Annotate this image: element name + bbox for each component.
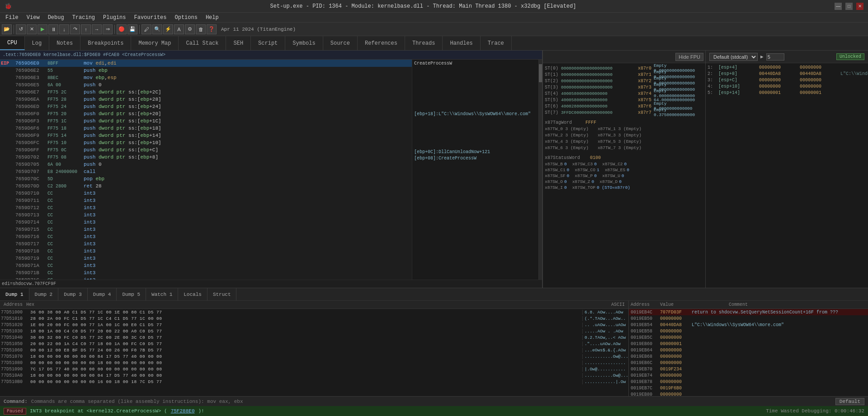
tab-symbols[interactable]: Symbols [285, 36, 323, 50]
table-row[interactable]: 5:[esp+14]0000000100000001 [706, 89, 868, 96]
tab-watch1[interactable]: Watch 1 [146, 288, 178, 300]
fpu-content[interactable]: ST(0)00000000000000000000x87r0Empty 0.00… [543, 63, 705, 288]
tab-log[interactable]: Log [25, 36, 50, 50]
table-row[interactable]: 77D510B000 00 00 00 00 00 00 00 16 00 18… [0, 379, 628, 385]
table-row[interactable]: 7659D6F6FF75 18push dword ptr ss:[ebp+18… [0, 125, 412, 132]
menu-item-tracing[interactable]: Tracing [69, 14, 99, 22]
table-row[interactable]: 7659D713CCint3 [0, 211, 412, 219]
menu-item-debug[interactable]: Debug [44, 14, 68, 22]
menu-item-favourites[interactable]: Favourites [130, 14, 170, 22]
tab-threads[interactable]: Threads [405, 36, 443, 50]
tab-dump1[interactable]: Dump 1 [0, 288, 29, 300]
table-row[interactable]: 77D5107018 00 00 00 00 00 00 00 84 17 D5… [0, 353, 628, 360]
tab-dump5[interactable]: Dump 5 [117, 288, 146, 300]
toolbar-trace-button[interactable]: ⚡ [163, 24, 173, 34]
toolbar-delete-button[interactable]: 🗑 [196, 24, 206, 34]
table-row[interactable]: 4:[esp+10]0000000000000000 [706, 83, 868, 89]
minimize-button[interactable]: — [835, 3, 842, 10]
table-row[interactable]: 0019EB7C0019F6B0 [629, 385, 868, 391]
table-row[interactable]: 7659D710CCint3 [0, 190, 412, 197]
table-row[interactable]: 0019EB4C707FD03Freturn to shdocvw.SetQue… [629, 309, 868, 315]
dump-content[interactable]: 77D5100036 00 38 00 A0 C1 D5 77 1C 00 1E… [0, 309, 628, 396]
toolbar-pause-button[interactable]: ⏸ [48, 24, 58, 34]
table-row[interactable]: 7659D71ACCint3 [0, 262, 412, 269]
menu-item-options[interactable]: Options [171, 14, 201, 22]
table-row[interactable]: 7659D719CCint3 [0, 255, 412, 262]
table-row[interactable]: 0019EB6000000001 [629, 341, 868, 347]
table-row[interactable]: 7659D714CCint3 [0, 219, 412, 226]
status-link[interactable]: 75F288E0 [171, 408, 195, 414]
table-row[interactable]: 0019EB5400440DA8L"C:\\Windows\\SysWOW64\… [629, 322, 868, 328]
table-row[interactable]: 7659D702FF75 08push dword ptr ss:[ebp+8] [0, 154, 412, 161]
table-row[interactable]: 77D510A018 00 00 00 00 00 00 00 04 17 D5… [0, 372, 628, 379]
table-row[interactable]: 0019EB5000000000 [629, 315, 868, 322]
tab-locals[interactable]: Locals [178, 288, 208, 300]
hide-fpu-button[interactable]: Hide FPU [675, 53, 703, 61]
table-row[interactable]: 77D510907C 17 D5 77 40 00 00 00 00 00 00… [0, 366, 628, 372]
disasm-scrollbar[interactable] [538, 60, 542, 280]
close-button[interactable]: ✕ [856, 3, 863, 10]
menu-item-plugins[interactable]: Plugins [99, 14, 129, 22]
disasm-scroll[interactable]: EIP 7659D6E0 8BFF mov edi,edi 7659D6E255… [0, 60, 412, 280]
table-row[interactable]: 77D5104030 00 32 00 FC C0 D5 77 2C 00 2E… [0, 334, 628, 341]
toolbar-mem-bp-button[interactable]: 💾 [127, 24, 137, 34]
table-row[interactable]: 7659D6E56A 00push 0 [0, 81, 412, 89]
table-row[interactable]: 7659D6F0FF75 20push dword ptr ss:[ebp+20… [0, 110, 412, 117]
table-row[interactable]: 7659D718CCint3 [0, 248, 412, 255]
table-row[interactable]: 7659D717CCint3 [0, 240, 412, 248]
tab-struct[interactable]: Struct [208, 288, 237, 300]
toolbar-font-button[interactable]: A [174, 24, 184, 34]
arg-count-input[interactable] [766, 53, 784, 61]
tab-cpu[interactable]: CPU [0, 36, 25, 50]
tab-handles[interactable]: Handles [443, 36, 480, 50]
table-row[interactable]: 0019EB700019F234 [629, 366, 868, 372]
table-row[interactable]: 7659D712CCint3 [0, 204, 412, 211]
toolbar-help-button[interactable]: ❓ [207, 24, 217, 34]
table-row[interactable]: 7659D711CCint3 [0, 197, 412, 204]
table-row[interactable]: 7659D715CCint3 [0, 226, 412, 233]
table-row[interactable]: 0019EB5800000000 [629, 328, 868, 334]
table-row[interactable]: 77D5108000 00 00 00 00 00 00 00 18 00 00… [0, 360, 628, 366]
table-row[interactable]: 7659D6EAFF75 28push dword ptr ss:[ebp+28… [0, 96, 412, 103]
table-row[interactable]: 7659D6FCFF75 10push dword ptr ss:[ebp+10… [0, 139, 412, 146]
table-row[interactable]: 7659D71CCCint3 [0, 276, 412, 280]
toolbar-open-button[interactable]: 📂 [2, 24, 12, 34]
tab-source[interactable]: Source [323, 36, 358, 50]
menu-item-file[interactable]: File [2, 14, 22, 22]
menu-item-view[interactable]: View [23, 14, 43, 22]
table-row[interactable]: 0019EB7400000000 [629, 372, 868, 379]
tab-breakpoints[interactable]: Breakpoints [80, 36, 131, 50]
tab-references[interactable]: References [358, 36, 405, 50]
table-row[interactable]: 7659D6E7FF75 2Cpush dword ptr ss:[ebp+2C… [0, 89, 412, 96]
table-row[interactable]: 0019EB6C00000000 [629, 360, 868, 366]
tab-notes[interactable]: Notes [49, 36, 80, 50]
table-row[interactable]: 77D5103018 00 1A 00 C4 C0 D5 77 20 00 22… [0, 328, 628, 334]
table-row[interactable]: 0019EB7800000000 [629, 379, 868, 385]
table-row[interactable]: 77D510201E 00 20 00 FC 00 00 77 1A 00 1C… [0, 322, 628, 328]
table-row[interactable]: 7659D6FFFF75 0Cpush dword ptr ss:[ebp+C] [0, 146, 412, 154]
toolbar-bp-button[interactable]: 🔴 [117, 24, 127, 34]
table-row[interactable]: 0019EB5C00000000 [629, 334, 868, 341]
table-row[interactable]: 7659D71BCCint3 [0, 269, 412, 276]
tab-dump2[interactable]: Dump 2 [29, 288, 59, 300]
tab-dump4[interactable]: Dump 4 [88, 288, 117, 300]
stack-content[interactable]: 1:[esp+4]00000000000000002:[esp+8]00440D… [706, 63, 868, 288]
toolbar-restart-button[interactable]: ↺ [16, 24, 26, 34]
table-row[interactable]: 1:[esp+4]0000000000000000 [706, 64, 868, 70]
table-row[interactable]: 3:[esp+C]0000000000000000 [706, 77, 868, 83]
table-row[interactable]: 0019EB6800000000 [629, 353, 868, 360]
table-row[interactable]: 7659D70DC2 2800ret 28 [0, 182, 412, 190]
toolbar-run-button[interactable]: ▶ [38, 24, 47, 34]
tab-script[interactable]: Script [251, 36, 285, 50]
table-row[interactable]: 0019EB6400000000 [629, 347, 868, 353]
table-row[interactable]: 2:[esp+8]00440DA800440DA8L"C:\\Windows\\… [706, 70, 868, 77]
tab-seh[interactable]: SEH [226, 36, 251, 50]
command-input[interactable] [31, 399, 832, 404]
toolbar-step-into-button[interactable]: ↓ [59, 24, 69, 34]
table-row[interactable]: 0019EB8000000000 [629, 391, 868, 396]
table-row[interactable]: 7659D70C5Dpop ebp [0, 175, 412, 182]
default-button[interactable]: Default [835, 398, 864, 405]
toolbar-step-over-button[interactable]: ↷ [70, 24, 80, 34]
tab-dump3[interactable]: Dump 3 [58, 288, 88, 300]
tab-memorymap[interactable]: Memory Map [131, 36, 179, 50]
